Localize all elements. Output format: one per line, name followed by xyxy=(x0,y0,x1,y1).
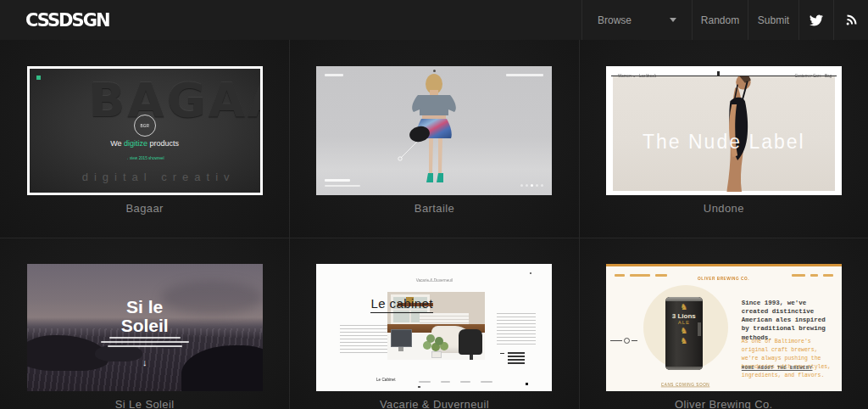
oliver-headline: Since 1993, we've created distinctive Am… xyxy=(742,299,835,342)
corner-square-dot xyxy=(526,383,528,385)
bagaar-logo-dot xyxy=(36,76,41,80)
left-paragraph-lines xyxy=(340,325,389,356)
monitor-stand-shape xyxy=(398,347,403,351)
nav-browse[interactable]: Browse xyxy=(581,0,692,40)
can-top-shape xyxy=(665,297,703,301)
plant-pot-shape xyxy=(431,351,442,358)
intro-text-line xyxy=(101,341,189,343)
nav-random[interactable]: Random xyxy=(692,0,748,40)
site-logo[interactable]: CSSDSGN xyxy=(25,0,108,41)
gallery-grid: BAGAAR BGR We digitize products → view 2… xyxy=(0,40,868,409)
vacarie-nav-item-lines xyxy=(481,381,492,383)
intro-text-line xyxy=(109,337,181,339)
chevron-down-icon xyxy=(670,18,676,22)
oliver-thumbnail[interactable]: OLIVER BREWING CO. ♞ 3 Lions ALE ♞ ♞ xyxy=(606,264,842,391)
vacarie-thumbnail[interactable]: Vacarie & Duverneuil L xyxy=(316,264,552,391)
vacarie-heading: Le cabinet xyxy=(370,296,432,313)
cssdsgn-gallery-page: CSSDSGN Browse Random Submit BAGAAR xyxy=(0,0,868,409)
tagline-pre: We xyxy=(110,139,124,148)
caption-vacarie[interactable]: Vacarie & Duverneuil xyxy=(290,398,578,409)
caption-si-le-soleil[interactable]: Si Le Soleil xyxy=(0,398,289,409)
gallery-item-bagaar: BAGAAR BGR We digitize products → view 2… xyxy=(0,40,289,238)
vacarie-site-title: Vacarie & Duverneuil xyxy=(316,272,552,288)
can-bottom-shape xyxy=(665,367,703,370)
tagline-post: products xyxy=(147,139,179,148)
undone-nav-right: Customer Care Bag xyxy=(768,68,832,83)
bartaile-bottomleft-title-lines xyxy=(325,179,350,182)
right-paragraph-lines xyxy=(497,313,536,347)
bagaar-thumbnail[interactable]: BAGAAR BGR We digitize products → view 2… xyxy=(27,66,263,195)
rss-glyph xyxy=(845,14,858,26)
oliver-nav-right-lines xyxy=(792,274,833,277)
vacarie-bottom-nav: Le Cabinet xyxy=(316,378,552,387)
intro-text-line xyxy=(108,345,182,347)
decorative-vertical-line xyxy=(145,323,146,331)
can-name-text: 3 Lions xyxy=(665,312,703,320)
gallery-item-bartaile: Bartaile xyxy=(289,40,578,238)
si-le-soleil-thumbnail[interactable]: Si le Soleil ↓ xyxy=(27,264,263,391)
gallery-item-undone: Women ⌄ Lookbook Customer Care Bag The N… xyxy=(579,40,868,238)
vacarie-nav-active: Le Cabinet xyxy=(376,378,395,383)
mini-bold-text-lines xyxy=(508,352,525,365)
title-line-1: Si le xyxy=(27,298,263,317)
bagaar-circle-badge: BGR xyxy=(134,115,156,137)
caption-bagaar[interactable]: Bagaar xyxy=(0,202,289,215)
oliver-site-title: OLIVER BREWING CO. xyxy=(606,271,842,286)
bartaile-thumbnail[interactable] xyxy=(316,66,552,195)
undone-nav-customer-care: Customer Care xyxy=(794,74,821,78)
header-spacer xyxy=(108,0,581,40)
lion-ornament-icon: ♞ xyxy=(665,302,703,312)
bartaile-topright-text-lines xyxy=(506,74,543,76)
monitor-shape xyxy=(391,329,412,347)
caption-undone[interactable]: Undone xyxy=(580,202,868,215)
bartaile-model-illustration xyxy=(387,73,481,192)
gallery-item-si-le-soleil: Si le Soleil ↓ Si Le Soleil xyxy=(0,238,289,409)
book-stack-shape xyxy=(420,313,469,324)
bartaile-bottomleft-sub-lines xyxy=(325,185,360,187)
bartaile-logo-mark xyxy=(433,70,436,72)
undone-nav-women: Women xyxy=(618,74,632,78)
bartaile-topleft-text-lines xyxy=(325,74,343,76)
bagaar-showreel-link: → view 2015 showreel xyxy=(30,150,260,165)
gallery-item-vacarie: Vacarie & Duverneuil L xyxy=(289,238,578,409)
black-chair-shape xyxy=(459,329,482,355)
bagaar-tagline: We digitize products xyxy=(30,139,260,148)
lion-ornament-icon: ♞ xyxy=(665,336,703,346)
gallery-item-oliver: OLIVER BREWING CO. ♞ 3 Lions ALE ♞ ♞ xyxy=(579,238,868,409)
twitter-bird-glyph xyxy=(810,14,823,27)
header: CSSDSGN Browse Random Submit xyxy=(0,0,868,40)
caption-oliver[interactable]: Oliver Brewing Co. xyxy=(580,398,868,409)
undone-nav-left: Women ⌄ Lookbook xyxy=(618,68,684,83)
more-about-brewery-link: MORE ABOUT THE BREWERY xyxy=(742,365,813,371)
vacarie-heading-text: Le cabinet xyxy=(370,296,432,311)
undone-nav-bag: Bag xyxy=(825,74,832,78)
vacarie-nav-item-lines xyxy=(441,381,450,383)
black-chair-leg-shape xyxy=(470,355,473,360)
rss-icon[interactable] xyxy=(833,0,868,40)
main-nav: Browse Random Submit xyxy=(581,0,868,40)
site-title-underline xyxy=(427,281,441,282)
tagline-accent: digitize xyxy=(124,139,147,148)
can-side-strip xyxy=(698,322,701,336)
bagaar-badge-text: BGR xyxy=(140,123,148,127)
undone-nav-lookbook: Lookbook xyxy=(639,74,656,78)
cans-coming-soon-link: CANS COMING SOON xyxy=(643,377,728,391)
vacarie-nav-item-lines xyxy=(460,381,470,383)
bagaar-showreel-link-text: → view 2015 showreel xyxy=(125,156,164,161)
oliver-site-title-text: OLIVER BREWING CO. xyxy=(698,277,749,282)
scroll-down-arrow-icon: ↓ xyxy=(27,357,263,367)
beer-can: ♞ 3 Lions ALE ♞ ♞ xyxy=(665,297,703,370)
active-nav-marker xyxy=(418,386,420,388)
nav-submit[interactable]: Submit xyxy=(748,0,798,40)
bartaile-pagination-dots xyxy=(520,184,543,187)
oliver-body-text: As one of Baltimore's original craft bre… xyxy=(742,338,835,380)
undone-hero-title: The Nude Label xyxy=(606,131,842,154)
mini-block-dash xyxy=(500,353,504,354)
vacarie-nav-item-lines xyxy=(419,381,431,383)
undone-thumbnail[interactable]: Women ⌄ Lookbook Customer Care Bag The N… xyxy=(606,66,842,195)
undone-logo-mark xyxy=(717,71,720,76)
nav-browse-label: Browse xyxy=(598,14,632,26)
cans-coming-soon-text: CANS COMING SOON xyxy=(661,383,709,388)
caption-bartaile[interactable]: Bartaile xyxy=(290,202,578,215)
twitter-icon[interactable] xyxy=(798,0,833,40)
